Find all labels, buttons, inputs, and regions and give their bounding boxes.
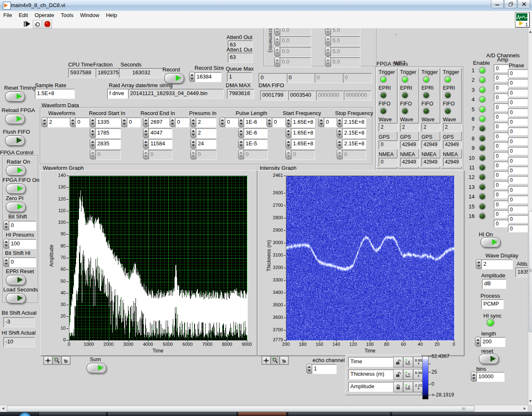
ad-enable-led[interactable] — [479, 67, 486, 74]
ad-phase-field[interactable]: 0 — [508, 127, 528, 135]
wf-cluster-field[interactable]: 5.0 — [330, 28, 360, 36]
ad-phase-field[interactable]: 0 — [508, 166, 528, 174]
start-frequency-index-spinner[interactable] — [266, 117, 272, 127]
waveform-graph-palette-pan-button[interactable] — [62, 356, 70, 365]
bins-field[interactable]: 10000 — [476, 372, 505, 382]
pulse-length-cell-spinner[interactable] — [238, 117, 244, 127]
taskbar-button[interactable] — [107, 412, 237, 416]
stop-frequency-cell[interactable]: 2.15E+8 — [342, 117, 366, 127]
ad-phase-field[interactable]: 0 — [508, 196, 528, 203]
raid-drive-field[interactable]: f drive — [107, 89, 130, 99]
start-frequency-cell[interactable]: 0 — [291, 150, 315, 160]
ad-amp-field[interactable]: 0 — [494, 142, 509, 150]
start-frequency-cell[interactable]: 1.65E+8 — [291, 117, 315, 127]
scale-axis-button-x[interactable]: X — [403, 357, 413, 367]
ad-amp-field[interactable]: 0 — [494, 162, 509, 169]
presums-in-cell-spinner[interactable] — [190, 128, 196, 138]
wf-cluster-spinner[interactable] — [274, 36, 280, 46]
ad-amp-field[interactable]: 0 — [494, 181, 509, 189]
ad-phase-field[interactable]: 0 — [508, 186, 528, 194]
waveform-graph-palette-zoom-button[interactable] — [52, 356, 61, 365]
bit-shift-spinner[interactable] — [3, 220, 9, 230]
wf-cluster-spinner[interactable] — [274, 57, 280, 67]
start-frequency-index-field[interactable]: 0 — [272, 117, 286, 127]
start-frequency-cell-spinner[interactable] — [286, 128, 291, 138]
process-field[interactable]: PCMP — [481, 299, 504, 309]
ad-enable-led[interactable] — [479, 76, 486, 83]
bit-shift-hi-spinner[interactable] — [3, 257, 9, 267]
load-seconds-button[interactable] — [6, 293, 26, 303]
ad-phase-field[interactable]: 0 — [508, 206, 528, 213]
bit-shift-hi-field[interactable]: 0 — [9, 257, 36, 267]
ad-enable-led[interactable] — [479, 135, 486, 142]
ad-enable-led[interactable] — [479, 86, 486, 93]
record-start-in-cell-spinner[interactable] — [90, 117, 96, 127]
ad-enable-led[interactable] — [479, 106, 486, 113]
record-start-in-cell-spinner[interactable] — [90, 128, 96, 138]
bins-spinner[interactable] — [471, 372, 477, 382]
wf-cluster-spinner[interactable] — [325, 28, 331, 35]
scale-lock-button-z[interactable] — [393, 382, 403, 392]
waveforms-field[interactable]: 2 — [47, 117, 73, 127]
fpga-fifo-on-button[interactable] — [6, 184, 26, 194]
record-end-in-cell-spinner[interactable] — [143, 128, 149, 138]
record-end-in-index-field[interactable]: 0 — [127, 117, 141, 127]
ad-amp-field[interactable]: 0 — [494, 122, 509, 130]
wf-cluster-spinner[interactable] — [325, 57, 331, 67]
ad-enable-led[interactable] — [479, 184, 486, 191]
pulse-length-cell-spinner[interactable] — [238, 139, 244, 149]
presums-in-cell[interactable]: 2 — [196, 117, 217, 127]
record-start-in-index-spinner[interactable] — [70, 117, 76, 127]
stop-frequency-index-field[interactable]: 0 — [324, 117, 338, 127]
ad-amp-field[interactable]: 0 — [494, 64, 509, 72]
presums-in-cell-spinner[interactable] — [190, 149, 196, 159]
hi-presums-spinner[interactable] — [3, 239, 9, 249]
wf-cluster-spinner[interactable] — [274, 28, 280, 35]
title-bar[interactable]: main4v9_8_ch_DC8.vi — [0, 0, 532, 11]
pulse-length-cell[interactable]: 3E-6 — [244, 128, 268, 138]
wf-cluster-spinner[interactable] — [274, 46, 280, 56]
stop-frequency-index-spinner[interactable] — [318, 117, 324, 127]
record-start-in-cell-spinner[interactable] — [90, 139, 96, 149]
ad-phase-field[interactable]: 0 — [508, 176, 528, 184]
scale-lock-button-y[interactable] — [393, 369, 403, 380]
epri-reset-button[interactable] — [6, 275, 26, 285]
ad-enable-led[interactable] — [479, 125, 486, 132]
sum-button[interactable] — [86, 363, 106, 373]
taskbar-button[interactable] — [238, 412, 287, 416]
wf-cluster-field[interactable]: 0.0 — [280, 28, 311, 36]
start-frequency-cell-spinner[interactable] — [286, 149, 291, 159]
menu-item-help[interactable]: Help — [103, 11, 121, 19]
record-start-in-cell[interactable]: 1785 — [95, 128, 121, 138]
presums-in-cell[interactable]: 0 — [196, 150, 217, 160]
ad-phase-field[interactable]: 0 — [508, 108, 528, 116]
wave-display-field[interactable]: 2 — [481, 259, 513, 269]
ad-amp-field[interactable]: 0 — [494, 201, 509, 208]
reload-fpga-button[interactable] — [5, 114, 25, 124]
hi-presums-field[interactable]: 100 — [9, 239, 36, 249]
ad-enable-led[interactable] — [479, 174, 486, 181]
pulse-length-cell[interactable]: 0 — [244, 150, 268, 160]
wave-display-spinner[interactable] — [476, 259, 482, 269]
amplitude-field[interactable]: dB — [482, 279, 506, 289]
waveforms-spinner[interactable] — [42, 117, 47, 127]
intensity-graph-palette-zoom-button[interactable] — [271, 356, 279, 365]
menu-item-file[interactable]: File — [0, 11, 15, 19]
stop-frequency-cell-spinner[interactable] — [337, 117, 342, 127]
record-end-in-cell[interactable]: 11584 — [148, 139, 172, 149]
ad-enable-led[interactable] — [479, 203, 486, 210]
scale-name-y[interactable]: Thickness (m) — [348, 370, 394, 379]
start-frequency-cell[interactable]: 1.65E+8 — [291, 128, 315, 138]
presums-in-cell-spinner[interactable] — [190, 117, 196, 127]
ad-enable-led[interactable] — [479, 193, 486, 200]
ad-phase-field[interactable]: 0 — [508, 157, 528, 165]
wf-cluster-field[interactable]: 5.0 — [330, 47, 360, 57]
run-button[interactable] — [23, 20, 31, 27]
presums-in-cell[interactable]: 24 — [196, 139, 217, 149]
record-end-in-cell[interactable]: 2697 — [148, 117, 172, 127]
ad-phase-field[interactable]: 0 — [508, 147, 528, 155]
record-end-in-cell[interactable]: 0 — [148, 150, 172, 160]
scale-name-z[interactable]: Amplitude — [348, 382, 394, 392]
vertical-scrollbar[interactable] — [528, 28, 532, 405]
intensity-graph-palette-pan-button[interactable] — [280, 356, 288, 365]
